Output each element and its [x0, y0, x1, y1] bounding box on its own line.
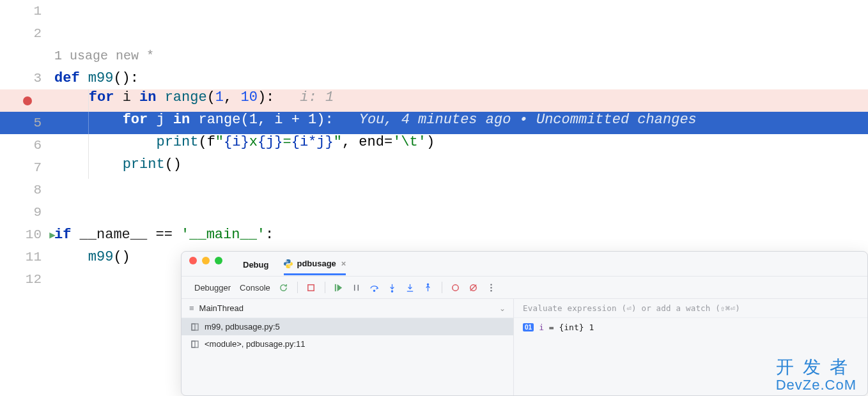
- paren-empty: (): [113, 249, 130, 265]
- close-tab-icon[interactable]: ×: [341, 259, 346, 268]
- gutter-line-9[interactable]: 9: [0, 205, 54, 220]
- gutter-line-2[interactable]: 2: [0, 26, 54, 41]
- fbrace-i: {i}: [224, 134, 249, 150]
- frame-label: m99, pdbusage.py:5: [205, 322, 280, 331]
- code-editor[interactable]: 1 2 1 usage new * 3 def m99(): 4 for i i…: [0, 0, 868, 291]
- inline-vcs-hint: You, 4 minutes ago • Uncommitted changes: [359, 112, 697, 128]
- svg-point-14: [491, 284, 492, 285]
- inline-hint-i: i: 1: [300, 89, 334, 105]
- stack-frame-1[interactable]: <module>, pdbusage.py:11: [182, 335, 513, 353]
- zoom-window-icon[interactable]: [215, 257, 222, 264]
- var-i: i: [123, 89, 131, 105]
- stop-icon[interactable]: [304, 280, 318, 294]
- mute-breakpoints-icon[interactable]: [467, 280, 481, 294]
- keyword-in: in: [165, 112, 199, 128]
- paren-empty: (): [165, 156, 182, 172]
- paren-close: ): [426, 134, 435, 150]
- keyword-for: for: [123, 112, 157, 128]
- step-over-icon[interactable]: [368, 280, 382, 294]
- number-10: 10: [240, 89, 257, 105]
- dunder-name: __name__: [80, 227, 148, 243]
- variable-value: = {int} 1: [544, 323, 594, 332]
- gutter-line-10[interactable]: 10▶: [0, 227, 54, 242]
- rerun-icon[interactable]: [277, 280, 291, 294]
- string-tab: '\t': [392, 134, 426, 150]
- pause-icon[interactable]: [350, 280, 364, 294]
- def-paren: ():: [113, 70, 139, 86]
- operator-eq: ==: [147, 227, 181, 243]
- call-m99: m99: [88, 249, 114, 265]
- expr-i: i +: [274, 112, 308, 128]
- step-out-icon[interactable]: [421, 280, 435, 294]
- watermark-cn: 开发者: [776, 355, 856, 379]
- resume-icon[interactable]: [332, 280, 346, 294]
- fn-print: print: [156, 134, 198, 150]
- paren-close: ):: [316, 112, 333, 128]
- number-1: 1: [308, 112, 316, 128]
- debug-tool-window[interactable]: Debug pdbusage × Debugger Console ≡MainT…: [181, 251, 868, 396]
- window-traffic-lights[interactable]: [189, 257, 222, 264]
- frame-label: <module>, pdbusage.py:11: [205, 339, 306, 349]
- debug-tab[interactable]: Debug: [243, 260, 268, 275]
- view-breakpoints-icon[interactable]: [449, 280, 463, 294]
- string-eq: =: [283, 134, 291, 150]
- tab-file-label: pdbusage: [297, 259, 336, 268]
- svg-point-15: [491, 287, 492, 288]
- paren-close: ):: [258, 89, 274, 105]
- gutter-line-11[interactable]: 11: [0, 250, 54, 264]
- string-main: '__main__': [181, 227, 265, 243]
- watermark-en: DevZe.CoM: [776, 377, 856, 393]
- debugger-subtab[interactable]: Debugger: [192, 280, 233, 295]
- svg-point-10: [428, 284, 429, 285]
- run-config-tab[interactable]: pdbusage ×: [284, 259, 346, 275]
- breakpoint-icon[interactable]: [23, 96, 32, 105]
- usage-hint[interactable]: 1 usage new *: [54, 49, 154, 63]
- gutter-line-12[interactable]: 12: [0, 272, 54, 287]
- variable-row-i[interactable]: 01 i = {int} 1: [514, 318, 867, 337]
- stack-frame-0[interactable]: m99, pdbusage.py:5: [182, 318, 513, 335]
- svg-point-6: [392, 291, 393, 292]
- keyword-in: in: [131, 89, 165, 105]
- fn-print: print: [123, 156, 165, 172]
- keyword-def: def: [54, 70, 88, 86]
- paren: (: [207, 89, 215, 105]
- fstring-open: (f: [198, 134, 215, 150]
- svg-rect-18: [192, 324, 195, 330]
- console-subtab[interactable]: Console: [237, 280, 273, 295]
- gutter-line-3[interactable]: 3: [0, 71, 54, 86]
- watermark: 开发者 DevZe.CoM: [776, 355, 856, 393]
- svg-point-11: [453, 284, 458, 290]
- kwarg-end: , end=: [342, 134, 392, 150]
- gutter-line-1[interactable]: 1: [0, 4, 54, 19]
- gutter-line-7[interactable]: 7: [0, 160, 54, 175]
- string-quote: ": [215, 134, 224, 150]
- step-into-icon[interactable]: [385, 280, 399, 294]
- more-icon[interactable]: [484, 280, 499, 294]
- string-x: x: [249, 134, 258, 150]
- step-into-my-code-icon[interactable]: [403, 280, 417, 294]
- string-quote: ": [334, 134, 342, 150]
- fbrace-ij: {i*j}: [291, 134, 334, 150]
- evaluate-input[interactable]: Evaluate expression (⏎) or add a watch (…: [514, 299, 867, 318]
- chevron-down-icon[interactable]: ⌄: [499, 304, 506, 313]
- thread-icon: ≡: [189, 303, 194, 313]
- frame-icon: [190, 323, 199, 331]
- svg-rect-1: [335, 284, 336, 291]
- python-icon: [284, 259, 293, 268]
- gutter-line-4[interactable]: 4: [0, 93, 54, 108]
- colon: :: [265, 227, 274, 243]
- thread-selector[interactable]: ≡MainThread ⌄: [182, 299, 513, 318]
- minimize-window-icon[interactable]: [202, 257, 210, 264]
- fbrace-j: {j}: [258, 134, 283, 150]
- svg-rect-20: [192, 341, 195, 347]
- debug-toolbar: Debugger Console: [182, 276, 867, 299]
- number-1: 1: [215, 89, 224, 105]
- paren: (: [240, 112, 249, 128]
- variable-name: i: [539, 323, 544, 332]
- thread-name: MainThread: [199, 303, 244, 313]
- frames-pane[interactable]: ≡MainThread ⌄ m99, pdbusage.py:5 <module…: [182, 299, 514, 395]
- gutter-line-8[interactable]: 8: [0, 183, 54, 197]
- close-window-icon[interactable]: [189, 257, 197, 264]
- gutter-line-5[interactable]: 5: [0, 116, 54, 130]
- gutter-line-6[interactable]: 6: [0, 138, 54, 153]
